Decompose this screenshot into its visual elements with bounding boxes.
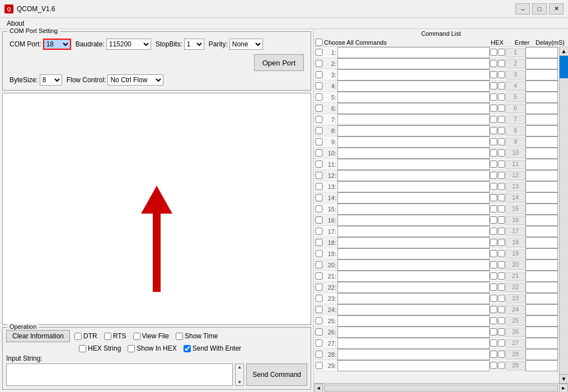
cmd-input-29[interactable] <box>337 360 490 371</box>
cmd-input-7[interactable] <box>337 114 490 125</box>
cmd-enter-check-21[interactable] <box>497 272 505 280</box>
cmd-input-19[interactable] <box>337 248 490 259</box>
cmd-hex-check-6[interactable] <box>490 105 497 112</box>
cmd-input-22[interactable] <box>337 282 490 293</box>
cmd-check-17[interactable] <box>315 228 323 235</box>
cmd-delay-19[interactable] <box>525 248 558 259</box>
cmd-hex-check-12[interactable] <box>490 172 497 179</box>
cmd-delay-25[interactable] <box>525 315 558 327</box>
clear-information-button[interactable]: Clear Information <box>6 330 70 342</box>
open-port-button[interactable]: Open Port <box>254 54 304 71</box>
cmd-check-27[interactable] <box>315 339 323 347</box>
cmd-enter-check-29[interactable] <box>497 362 505 369</box>
hex-string-checkbox[interactable] <box>79 345 86 352</box>
scroll-up-btn[interactable]: ▲ <box>560 47 568 56</box>
hex-string-checkbox-label[interactable]: HEX String <box>79 344 121 352</box>
cmd-enter-check-14[interactable] <box>497 194 505 201</box>
cmd-check-23[interactable] <box>315 295 323 302</box>
cmd-input-25[interactable] <box>337 315 490 327</box>
show-in-hex-checkbox[interactable] <box>128 345 135 352</box>
cmd-delay-22[interactable] <box>525 282 558 293</box>
cmd-enter-check-6[interactable] <box>497 105 505 112</box>
cmd-input-15[interactable] <box>337 204 490 215</box>
dtr-checkbox[interactable] <box>74 333 82 340</box>
cmd-hex-check-29[interactable] <box>490 362 497 369</box>
cmd-check-5[interactable] <box>315 93 323 101</box>
send-with-enter-checkbox[interactable] <box>184 345 191 352</box>
view-file-checkbox-label[interactable]: View File <box>133 332 169 340</box>
cmd-hex-check-13[interactable] <box>490 183 497 190</box>
close-button[interactable]: ✕ <box>549 3 564 15</box>
send-with-enter-checkbox-label[interactable]: Send With Enter <box>184 344 241 352</box>
cmd-hex-check-3[interactable] <box>490 71 497 78</box>
cmd-enter-check-15[interactable] <box>497 205 505 212</box>
cmd-check-8[interactable] <box>315 127 323 134</box>
cmd-delay-16[interactable] <box>525 215 558 226</box>
cmd-delay-26[interactable] <box>525 327 558 338</box>
rts-checkbox[interactable] <box>104 333 111 340</box>
cmd-check-1[interactable] <box>315 49 323 56</box>
cmd-hex-check-20[interactable] <box>490 261 497 268</box>
cmd-enter-check-23[interactable] <box>497 295 505 302</box>
cmd-enter-check-24[interactable] <box>497 306 505 313</box>
cmd-hex-check-2[interactable] <box>490 60 497 67</box>
cmd-hex-check-27[interactable] <box>490 339 497 347</box>
cmd-input-13[interactable] <box>337 181 490 192</box>
cmd-input-12[interactable] <box>337 170 490 181</box>
stopbits-select[interactable]: 1 1.5 2 <box>184 39 204 50</box>
cmd-input-8[interactable] <box>337 125 490 136</box>
cmd-delay-2[interactable] <box>525 58 558 69</box>
maximize-button[interactable]: □ <box>532 3 547 15</box>
cmd-delay-3[interactable] <box>525 69 558 81</box>
cmd-hex-check-24[interactable] <box>490 306 497 313</box>
cmd-delay-11[interactable] <box>525 159 558 170</box>
cmd-delay-4[interactable] <box>525 81 558 92</box>
cmd-delay-29[interactable] <box>525 360 558 371</box>
cmd-input-5[interactable] <box>337 92 490 103</box>
cmd-enter-check-8[interactable] <box>497 127 505 134</box>
cmd-input-4[interactable] <box>337 81 490 92</box>
view-file-checkbox[interactable] <box>133 333 140 340</box>
cmd-delay-6[interactable] <box>525 103 558 114</box>
flowctrl-select[interactable]: No Ctrl Flow Xon/Xoff RTS/CTS <box>107 74 163 86</box>
cmd-enter-check-18[interactable] <box>497 239 505 246</box>
cmd-enter-check-10[interactable] <box>497 149 505 157</box>
rts-checkbox-label[interactable]: RTS <box>104 332 126 340</box>
cmd-hex-check-26[interactable] <box>490 328 497 336</box>
cmd-hex-check-9[interactable] <box>490 138 497 145</box>
cmd-delay-7[interactable] <box>525 114 558 125</box>
cmd-hex-check-18[interactable] <box>490 239 497 246</box>
cmd-input-3[interactable] <box>337 69 490 81</box>
cmd-enter-check-9[interactable] <box>497 138 505 145</box>
cmd-enter-check-4[interactable] <box>497 82 505 89</box>
choose-all-checkbox[interactable] <box>315 39 323 46</box>
cmd-delay-12[interactable] <box>525 170 558 181</box>
cmd-input-17[interactable] <box>337 226 490 237</box>
cmd-check-3[interactable] <box>315 71 323 78</box>
cmd-enter-check-28[interactable] <box>497 351 505 358</box>
cmd-enter-check-1[interactable] <box>497 49 505 56</box>
cmd-delay-27[interactable] <box>525 338 558 349</box>
cmd-input-16[interactable] <box>337 215 490 226</box>
cmd-delay-10[interactable] <box>525 148 558 159</box>
cmd-input-24[interactable] <box>337 304 490 315</box>
input-string-field[interactable] <box>6 363 233 386</box>
cmd-check-13[interactable] <box>315 183 323 190</box>
cmd-input-27[interactable] <box>337 338 490 349</box>
cmd-check-29[interactable] <box>315 362 323 369</box>
baudrate-select[interactable]: 115200 9600 19200 38400 57600 230400 <box>106 39 151 50</box>
scroll-down-btn[interactable]: ▼ <box>560 374 568 383</box>
show-time-checkbox[interactable] <box>176 333 183 340</box>
cmd-delay-1[interactable] <box>525 47 558 58</box>
cmd-check-21[interactable] <box>315 272 323 280</box>
cmd-check-14[interactable] <box>315 194 323 201</box>
cmd-input-21[interactable] <box>337 271 490 282</box>
cmd-hex-check-11[interactable] <box>490 160 497 168</box>
cmd-hex-check-8[interactable] <box>490 127 497 134</box>
cmd-hex-check-5[interactable] <box>490 93 497 101</box>
cmd-input-9[interactable] <box>337 136 490 148</box>
h-scroll-right[interactable]: ► <box>559 384 568 393</box>
cmd-delay-24[interactable] <box>525 304 558 315</box>
cmd-check-10[interactable] <box>315 149 323 157</box>
cmd-hex-check-1[interactable] <box>490 49 497 56</box>
